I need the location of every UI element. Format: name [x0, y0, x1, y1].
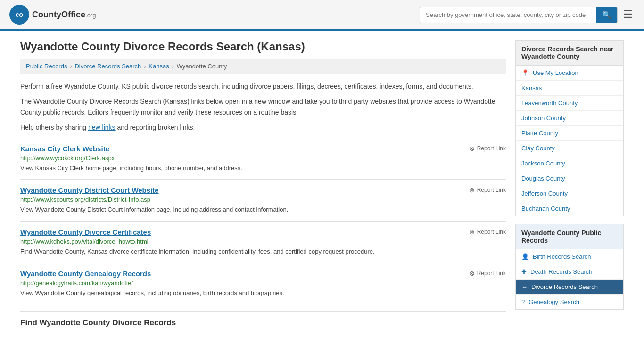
public-records-box: Wyandotte County Public Records 👤Birth R…: [515, 224, 624, 310]
sidebar-nearby-item[interactable]: Clay County: [516, 141, 623, 156]
link-description: Find Wyandotte County, Kansas divorce ce…: [20, 247, 506, 256]
link-title[interactable]: Kansas City Clerk Website: [20, 145, 109, 153]
nearby-link[interactable]: Johnson County: [521, 115, 566, 122]
use-my-location-link[interactable]: Use My Location: [533, 69, 578, 76]
link-url[interactable]: http://www.wycokck.org/Clerk.aspx: [20, 155, 506, 162]
report-link-button[interactable]: ⊗ Report Link: [469, 228, 506, 236]
logo-text: CountyOffice.org: [32, 10, 96, 20]
report-link-label: Report Link: [477, 229, 506, 235]
link-entry: Kansas City Clerk Website ⊗ Report Link …: [20, 138, 506, 180]
report-link-button[interactable]: ⊗ Report Link: [469, 145, 506, 152]
link-description: View Kansas City Clerk home page, includ…: [20, 164, 506, 173]
breadcrumb-divorce-records[interactable]: Divorce Records Search: [74, 63, 141, 70]
link-title[interactable]: Wyandotte County Genealogy Records: [20, 270, 151, 278]
nearby-header: Divorce Records Search near Wyandotte Co…: [516, 41, 623, 66]
public-records-link[interactable]: Genealogy Search: [528, 298, 579, 305]
public-records-icon: ?: [521, 298, 525, 305]
nearby-link[interactable]: Buchanan County: [521, 205, 570, 212]
sidebar-nearby-item[interactable]: Douglas County: [516, 171, 623, 186]
description-1: Perform a free Wyandotte County, KS publ…: [20, 81, 506, 91]
breadcrumb-kansas[interactable]: Kansas: [149, 63, 169, 70]
sidebar-nearby-item[interactable]: Kansas: [516, 81, 623, 96]
description-3: Help others by sharing new links and rep…: [20, 122, 506, 132]
nearby-link[interactable]: Clay County: [521, 145, 555, 152]
public-records-link[interactable]: Birth Records Search: [533, 253, 591, 260]
breadcrumb-sep-3: ›: [172, 63, 174, 70]
link-entries: Kansas City Clerk Website ⊗ Report Link …: [20, 138, 506, 304]
public-records-icon: ↔: [521, 283, 528, 290]
report-link-label: Report Link: [477, 145, 506, 152]
sidebar-nearby-item[interactable]: Leavenworth County: [516, 96, 623, 111]
report-icon: ⊗: [469, 228, 475, 236]
description-2: The Wyandotte County Divorce Records Sea…: [20, 96, 506, 117]
link-title[interactable]: Wyandotte County Divorce Certificates: [20, 228, 151, 236]
search-area: 🔍 ☰: [420, 7, 635, 23]
link-entry-header: Wyandotte County Genealogy Records ⊗ Rep…: [20, 270, 506, 278]
link-entry: Wyandotte County District Court Website …: [20, 179, 506, 221]
sidebar-nearby-item[interactable]: Platte County: [516, 126, 623, 141]
search-input[interactable]: [420, 8, 596, 22]
link-entry-header: Kansas City Clerk Website ⊗ Report Link: [20, 145, 506, 153]
find-section-title: Find Wyandotte County Divorce Records: [20, 311, 506, 328]
sidebar: Divorce Records Search near Wyandotte Co…: [515, 40, 624, 328]
nearby-link[interactable]: Platte County: [521, 130, 558, 137]
breadcrumb-public-records[interactable]: Public Records: [26, 63, 67, 70]
report-link-label: Report Link: [477, 270, 506, 277]
content-area: Wyandotte County Divorce Records Search …: [20, 40, 506, 328]
logo-icon: co: [9, 5, 29, 25]
public-records-icon: ✚: [521, 268, 527, 275]
link-entry-header: Wyandotte County Divorce Certificates ⊗ …: [20, 228, 506, 236]
page-title: Wyandotte County Divorce Records Search …: [20, 40, 506, 53]
logo-area: co CountyOffice.org: [9, 5, 96, 25]
breadcrumb: Public Records › Divorce Records Search …: [20, 59, 506, 74]
breadcrumb-sep-2: ›: [144, 63, 146, 70]
breadcrumb-current: Wyandotte County: [177, 63, 227, 70]
report-icon: ⊗: [469, 270, 475, 277]
public-records-icon: 👤: [521, 253, 529, 260]
link-url[interactable]: http://genealogytrails.com/kan/wyandotte…: [20, 280, 506, 287]
link-url[interactable]: http://www.kscourts.org/districts/Distri…: [20, 196, 506, 203]
sidebar-public-records-item[interactable]: ✚Death Records Search: [516, 264, 623, 280]
sidebar-public-records-item[interactable]: ?Genealogy Search: [516, 295, 623, 309]
nearby-items: KansasLeavenworth CountyJohnson CountyPl…: [516, 81, 623, 216]
new-links-link[interactable]: new links: [88, 123, 116, 131]
menu-icon[interactable]: ☰: [621, 7, 635, 23]
sidebar-nearby-item[interactable]: Jefferson County: [516, 186, 623, 201]
link-description: View Wyandotte County genealogical recor…: [20, 288, 506, 298]
search-button[interactable]: 🔍: [596, 7, 617, 23]
report-link-button[interactable]: ⊗ Report Link: [469, 270, 506, 277]
public-records-items: 👤Birth Records Search✚Death Records Sear…: [516, 249, 623, 309]
sidebar-public-records-item[interactable]: 👤Birth Records Search: [516, 249, 623, 264]
report-icon: ⊗: [469, 145, 475, 152]
nearby-link[interactable]: Douglas County: [521, 175, 565, 182]
sidebar-nearby-item[interactable]: Jackson County: [516, 156, 623, 171]
nearby-link[interactable]: Leavenworth County: [521, 99, 578, 107]
sidebar-nearby-item[interactable]: Buchanan County: [516, 201, 623, 216]
nearby-box: Divorce Records Search near Wyandotte Co…: [515, 40, 624, 216]
link-entry-header: Wyandotte County District Court Website …: [20, 186, 506, 194]
header: co CountyOffice.org 🔍 ☰: [0, 0, 644, 31]
public-records-link[interactable]: Death Records Search: [530, 268, 593, 275]
report-link-button[interactable]: ⊗ Report Link: [469, 186, 506, 194]
main-content: Wyandotte County Divorce Records Search …: [11, 31, 633, 337]
breadcrumb-sep-1: ›: [70, 63, 72, 70]
nearby-link[interactable]: Kansas: [521, 84, 542, 91]
search-box: 🔍: [420, 7, 618, 23]
public-records-label: Divorce Records Search: [531, 283, 598, 290]
link-description: View Wyandotte County District Court inf…: [20, 205, 506, 214]
report-link-label: Report Link: [477, 187, 506, 193]
link-entry: Wyandotte County Genealogy Records ⊗ Rep…: [20, 263, 506, 304]
location-icon: 📍: [521, 69, 529, 76]
link-title[interactable]: Wyandotte County District Court Website: [20, 186, 159, 194]
link-entry: Wyandotte County Divorce Certificates ⊗ …: [20, 221, 506, 263]
sidebar-use-my-location[interactable]: 📍 Use My Location: [516, 66, 623, 81]
sidebar-public-records-item[interactable]: ↔Divorce Records Search: [516, 280, 623, 295]
nearby-link[interactable]: Jefferson County: [521, 190, 568, 197]
nearby-link[interactable]: Jackson County: [521, 160, 565, 167]
public-records-header: Wyandotte County Public Records: [516, 224, 623, 249]
sidebar-nearby-item[interactable]: Johnson County: [516, 111, 623, 126]
report-icon: ⊗: [469, 186, 475, 194]
svg-text:co: co: [16, 11, 23, 18]
link-url[interactable]: http://www.kdheks.gov/vital/divorce_howt…: [20, 238, 506, 245]
